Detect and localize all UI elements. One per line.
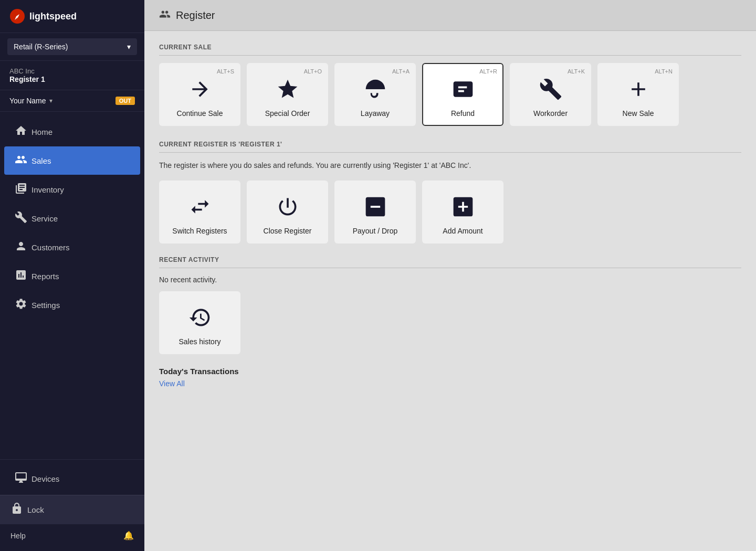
minus-box-icon (364, 195, 387, 221)
register-cards: Switch Registers Close Register Payout /… (159, 181, 741, 243)
lock-button[interactable]: Lock (0, 495, 144, 524)
help-label: Help (10, 532, 26, 540)
view-all-link[interactable]: View All (159, 379, 185, 388)
sidebar-item-sales-label: Sales (32, 156, 51, 165)
customers-icon (15, 240, 25, 255)
payout-drop-label: Payout / Drop (353, 227, 398, 235)
lock-icon (10, 502, 21, 517)
current-sale-section: CURRENT SALE ALT+S Continue Sale ALT+O (159, 44, 741, 126)
help-area[interactable]: Help 🔔 (0, 524, 144, 547)
refund-card[interactable]: ALT+R Refund (422, 63, 503, 126)
sidebar-bottom: Devices Lock Help 🔔 (0, 459, 144, 551)
workorder-card[interactable]: ALT+K Workorder (510, 63, 591, 126)
page-title: Register (176, 9, 215, 22)
store-dropdown[interactable]: Retail (R-Series) ▾ (7, 38, 137, 55)
sidebar-item-customers[interactable]: Customers (4, 233, 140, 261)
close-register-label: Close Register (264, 227, 312, 235)
sidebar-item-home[interactable]: Home (4, 118, 140, 146)
switch-registers-card[interactable]: Switch Registers (159, 181, 240, 243)
continue-sale-label: Continue Sale (177, 109, 223, 118)
special-order-card[interactable]: ALT+O Special Order (247, 63, 328, 126)
switch-registers-label: Switch Registers (172, 227, 227, 235)
transactions-section: Today's Transactions View All (159, 367, 741, 388)
sidebar-item-reports[interactable]: Reports (4, 262, 140, 290)
sidebar-item-customers-label: Customers (32, 243, 70, 252)
content-body: CURRENT SALE ALT+S Continue Sale ALT+O (144, 31, 756, 409)
star-icon (276, 78, 299, 104)
continue-sale-card[interactable]: ALT+S Continue Sale (159, 63, 240, 126)
power-icon (276, 195, 299, 221)
umbrella-icon (364, 78, 387, 104)
user-name-text: Your Name (9, 97, 46, 105)
lightspeed-logo-icon (9, 8, 25, 24)
add-amount-label: Add Amount (443, 227, 482, 235)
reports-icon (15, 269, 25, 283)
register-header-icon (159, 8, 171, 22)
refund-shortcut: ALT+R (479, 68, 497, 75)
sidebar-item-settings-label: Settings (32, 301, 60, 310)
register-name: Register 1 (9, 75, 135, 83)
workorder-label: Workorder (533, 109, 568, 118)
user-name-container[interactable]: Your Name ▾ (9, 97, 52, 105)
layaway-shortcut: ALT+A (392, 68, 410, 75)
register-description: The register is where you do sales and r… (159, 160, 741, 171)
store-name: ABC Inc (9, 67, 135, 75)
add-amount-card[interactable]: Add Amount (422, 181, 503, 243)
sidebar-item-devices-label: Devices (32, 474, 59, 483)
logo-text: lightspeed (29, 11, 77, 22)
wrench-icon (539, 78, 562, 104)
sales-history-label: Sales history (178, 337, 220, 346)
nav-menu: Home Sales Inventory Service Customers (0, 112, 144, 459)
payout-drop-card[interactable]: Payout / Drop (334, 181, 416, 243)
register-section-label: CURRENT REGISTER IS 'REGISTER 1' (159, 141, 741, 153)
sidebar: lightspeed Retail (R-Series) ▾ ABC Inc R… (0, 0, 144, 551)
transactions-title: Today's Transactions (159, 367, 741, 376)
logo-area: lightspeed (0, 0, 144, 33)
special-order-shortcut: ALT+O (304, 68, 322, 75)
home-icon (15, 124, 25, 139)
sidebar-item-settings[interactable]: Settings (4, 291, 140, 319)
main-content: Register CURRENT SALE ALT+S Continue Sal… (144, 0, 756, 551)
refund-label: Refund (451, 109, 475, 118)
sidebar-item-service[interactable]: Service (4, 204, 140, 232)
sidebar-item-reports-label: Reports (32, 272, 59, 281)
continue-sale-icon (188, 78, 212, 104)
history-icon (188, 306, 212, 332)
layaway-label: Layaway (361, 109, 390, 118)
register-section: CURRENT REGISTER IS 'REGISTER 1' The reg… (159, 141, 741, 243)
current-sale-cards: ALT+S Continue Sale ALT+O Special Order (159, 63, 741, 126)
sales-history-card[interactable]: Sales history (159, 291, 240, 354)
close-register-card[interactable]: Close Register (247, 181, 328, 243)
devices-icon (15, 471, 25, 486)
store-selector[interactable]: Retail (R-Series) ▾ (0, 33, 144, 61)
continue-sale-shortcut: ALT+S (217, 68, 234, 75)
new-sale-card[interactable]: ALT+N New Sale (597, 63, 679, 126)
out-badge: OUT (116, 97, 135, 105)
sidebar-item-inventory[interactable]: Inventory (4, 175, 140, 204)
sidebar-item-devices[interactable]: Devices (4, 464, 140, 493)
current-sale-label: CURRENT SALE (159, 44, 741, 56)
recent-activity-label: RECENT ACTIVITY (159, 256, 741, 268)
no-activity-text: No recent activity. (159, 276, 741, 284)
user-area: Your Name ▾ OUT (0, 90, 144, 112)
special-order-label: Special Order (265, 109, 310, 118)
store-info: ABC Inc Register 1 (0, 61, 144, 90)
page-header: Register (144, 0, 756, 31)
recent-activity-section: RECENT ACTIVITY No recent activity. Sale… (159, 256, 741, 354)
sidebar-item-service-label: Service (32, 214, 58, 223)
refund-icon (452, 78, 475, 104)
sidebar-item-home-label: Home (32, 128, 52, 136)
sidebar-item-sales[interactable]: Sales (4, 146, 140, 175)
plus-box-icon (452, 195, 475, 221)
plus-icon (627, 78, 650, 104)
layaway-card[interactable]: ALT+A Layaway (334, 63, 416, 126)
service-icon (15, 211, 25, 226)
inventory-icon (15, 182, 25, 197)
chevron-down-icon: ▾ (49, 97, 52, 104)
new-sale-label: New Sale (623, 109, 654, 118)
switch-icon (188, 195, 212, 221)
chevron-down-icon: ▾ (127, 43, 131, 51)
notification-icon: 🔔 (123, 531, 134, 541)
lock-label: Lock (27, 505, 44, 514)
recent-activity-cards: Sales history (159, 291, 741, 354)
